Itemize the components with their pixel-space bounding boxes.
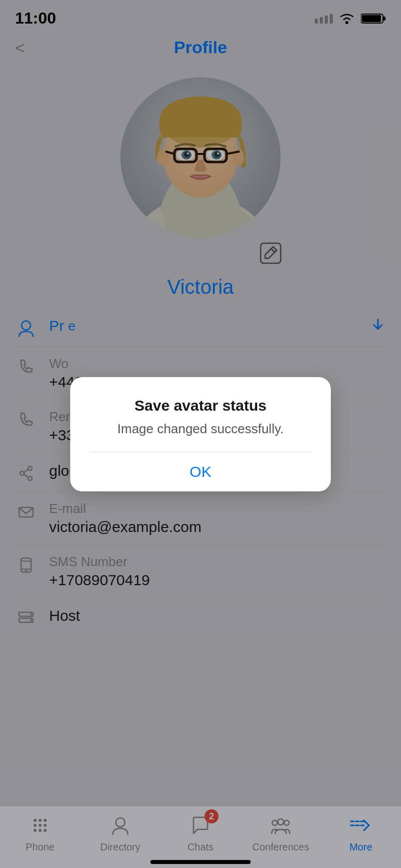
dialog-message: Image changed successfully.	[117, 421, 284, 437]
dialog: Save avatar status Image changed success…	[70, 377, 331, 491]
dialog-title: Save avatar status	[134, 397, 267, 414]
dialog-overlay: Save avatar status Image changed success…	[0, 0, 401, 868]
dialog-ok-button[interactable]: OK	[90, 452, 311, 491]
